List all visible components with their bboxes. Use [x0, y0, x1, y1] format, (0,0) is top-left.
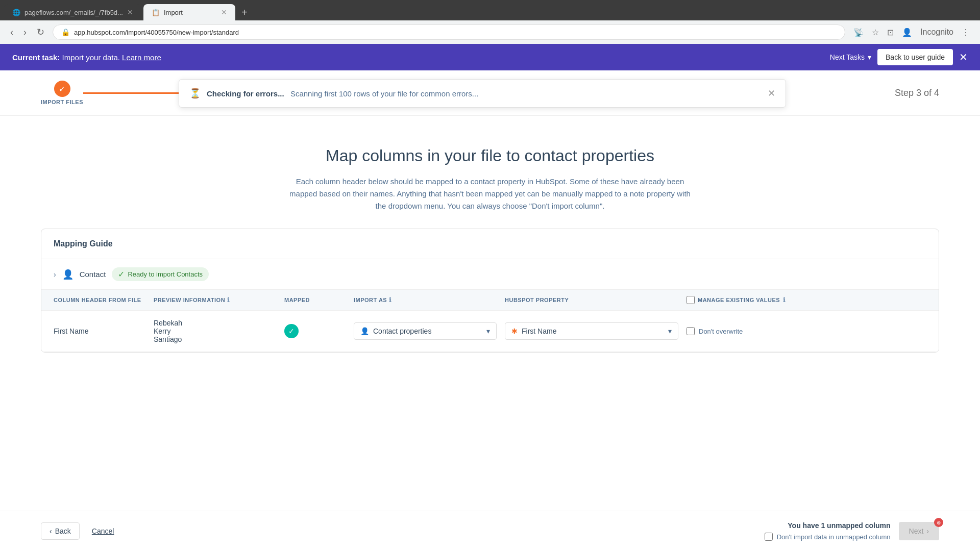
current-task-text: Import your data. [62, 53, 120, 62]
import-as-chevron-icon: ▾ [486, 327, 490, 335]
required-star-icon: ✱ [511, 327, 518, 335]
task-bar: Current task: Import your data. Learn mo… [0, 44, 980, 70]
contact-prop-icon: 👤 [360, 327, 369, 335]
new-tab-button[interactable]: + [237, 5, 252, 20]
next-button-block: You have 1 unmapped column Don't import … [765, 521, 891, 541]
tab-favicon-1: 🌐 [12, 9, 20, 16]
mapped-check-icon: ✓ [284, 324, 299, 338]
mapping-guide-header: Mapping Guide [41, 229, 939, 259]
back-nav-button[interactable]: ‹ [8, 25, 15, 40]
user-icon: 👤 [62, 269, 74, 280]
contact-row: › 👤 Contact ✓ Ready to import Contacts [41, 259, 939, 290]
ready-label: Ready to import Contacts [128, 270, 203, 278]
next-tasks-label: Next Tasks [830, 53, 865, 61]
back-label: Back [55, 527, 71, 535]
th-mapped: MAPPED [284, 296, 346, 304]
back-to-guide-button[interactable]: Back to user guide [877, 49, 953, 65]
notification-spinner-icon: ⏳ [189, 88, 201, 99]
page-title: Map columns in your file to contact prop… [41, 146, 939, 165]
preview-value-2: Kerry [154, 327, 276, 335]
incognito-label: Incognito [918, 26, 955, 39]
hubspot-property-dropdown[interactable]: ✱ First Name ▾ [505, 322, 678, 340]
manage-label-text: Don't overwrite [699, 328, 743, 335]
notification-text: Checking for errors... Scanning first 10… [207, 89, 478, 98]
step-of-label: Step 3 of 4 [895, 88, 939, 98]
th-preview: PREVIEW INFORMATION ℹ [154, 296, 276, 304]
address-text: app.hubspot.com/import/40055750/new-impo… [74, 29, 239, 36]
table-area: COLUMN HEADER FROM FILE PREVIEW INFORMAT… [41, 290, 939, 352]
preview-value-3: Santiago [154, 335, 276, 343]
next-tasks-button[interactable]: Next Tasks ▾ [830, 53, 871, 61]
reload-button[interactable]: ↻ [35, 24, 46, 40]
back-button[interactable]: ‹ Back [41, 522, 80, 540]
dont-import-checkbox[interactable] [765, 533, 773, 541]
main-content: Map columns in your file to contact prop… [0, 126, 980, 373]
hubspot-property-value: First Name [522, 327, 556, 335]
sidebar-icon[interactable]: ⊡ [885, 26, 896, 39]
step-import-files: ✓ Import files [41, 81, 83, 105]
tab-pageflows[interactable]: 🌐 pageflows.com/_emails/_/7fb5d... ✕ [4, 4, 141, 20]
next-button[interactable]: Next › ⊗ [899, 522, 939, 540]
back-arrow-icon: ‹ [50, 527, 52, 535]
footer-right: You have 1 unmapped column Don't import … [765, 521, 939, 541]
current-task-prefix: Current task: [12, 53, 60, 62]
cast-icon: 📡 [851, 26, 866, 39]
footer: ‹ Back Cancel You have 1 unmapped column… [0, 511, 980, 551]
td-hubspot-property: ✱ First Name ▾ [505, 322, 678, 340]
page-description: Each column header below should be mappe… [286, 176, 694, 212]
forward-nav-button[interactable]: › [21, 25, 29, 40]
preview-value-1: Rebekah [154, 319, 276, 327]
th-column-header: COLUMN HEADER FROM FILE [54, 296, 145, 304]
th-import-as: IMPORT AS ℹ [354, 296, 497, 304]
td-import-as: 👤 Contact properties ▾ [354, 322, 497, 340]
learn-more-link[interactable]: Learn more [122, 53, 161, 62]
ready-badge: ✓ Ready to import Contacts [112, 267, 209, 281]
notification-title: Checking for errors... [207, 89, 284, 98]
cancel-button[interactable]: Cancel [92, 527, 114, 535]
manage-info-icon[interactable]: ℹ [783, 296, 786, 304]
task-bar-right: Next Tasks ▾ Back to user guide ✕ [830, 49, 968, 65]
manage-select-all-checkbox[interactable] [687, 296, 695, 304]
import-as-dropdown[interactable]: 👤 Contact properties ▾ [354, 322, 497, 340]
account-icon[interactable]: 👤 [900, 26, 914, 39]
tab-title-2: Import [164, 9, 183, 16]
footer-left: ‹ Back Cancel [41, 522, 114, 540]
th-hubspot-property: HUBSPOT PROPERTY [505, 296, 678, 304]
notification-box: ⏳ Checking for errors... Scanning first … [179, 79, 786, 108]
tab-close-1[interactable]: ✕ [127, 8, 133, 16]
table-row: First Name Rebekah Kerry Santiago ✓ 👤 Co… [41, 311, 939, 352]
tab-close-2[interactable]: ✕ [221, 8, 227, 16]
table-header: COLUMN HEADER FROM FILE PREVIEW INFORMAT… [41, 290, 939, 311]
dont-import-label: Don't import data in unmapped column [777, 533, 891, 541]
loading-spinner-icon: ⊗ [934, 518, 943, 527]
security-icon: 🔒 [61, 28, 70, 36]
address-bar[interactable]: 🔒 app.hubspot.com/import/40055750/new-im… [53, 24, 845, 40]
chevron-down-icon: ▾ [868, 53, 871, 61]
dont-import-row: Don't import data in unmapped column [765, 533, 891, 541]
tab-import[interactable]: 📋 Import ✕ [143, 4, 235, 20]
tab-favicon-2: 📋 [152, 9, 160, 16]
chevron-right-icon[interactable]: › [54, 270, 56, 279]
taskbar-close-button[interactable]: ✕ [959, 51, 968, 63]
td-preview: Rebekah Kerry Santiago [154, 319, 276, 343]
menu-icon[interactable]: ⋮ [960, 26, 972, 39]
step-label-import-files: Import files [41, 99, 83, 105]
td-mapped: ✓ [284, 324, 346, 338]
tab-title-1: pageflows.com/_emails/_/7fb5d... [24, 9, 123, 16]
import-as-info-icon[interactable]: ℹ [389, 296, 392, 304]
manage-row-checkbox[interactable] [687, 327, 695, 335]
bookmark-icon[interactable]: ☆ [870, 26, 881, 39]
task-bar-text: Current task: Import your data. Learn mo… [12, 53, 161, 62]
ready-check-icon: ✓ [118, 269, 125, 279]
notification-close-button[interactable]: ✕ [768, 88, 775, 99]
notification-overlay: ⏳ Checking for errors... Scanning first … [179, 79, 786, 108]
next-label: Next [909, 527, 924, 535]
preview-info-icon[interactable]: ℹ [227, 296, 230, 304]
import-as-value: Contact properties [373, 327, 431, 335]
unmapped-message: You have 1 unmapped column [788, 521, 890, 530]
hubspot-property-chevron-icon: ▾ [668, 327, 672, 335]
notification-desc: Scanning first 100 rows of your file for… [290, 89, 478, 98]
next-arrow-icon: › [926, 527, 929, 535]
td-manage: Don't overwrite [687, 327, 789, 335]
th-manage: MANAGE EXISTING VALUES ℹ [687, 296, 789, 304]
